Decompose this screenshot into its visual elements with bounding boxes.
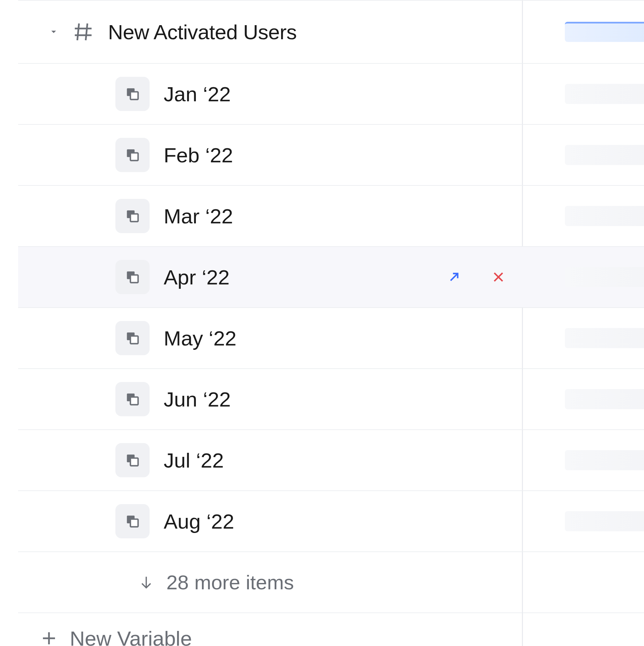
- list-item-label: Mar ‘22: [164, 204, 233, 228]
- svg-rect-35: [130, 458, 138, 466]
- svg-rect-10: [130, 153, 138, 161]
- copy-icon[interactable]: [115, 443, 150, 477]
- copy-icon[interactable]: [115, 138, 150, 172]
- list-item[interactable]: Feb ‘22: [18, 125, 644, 186]
- value-cell-placeholder[interactable]: [565, 328, 644, 348]
- value-cell-placeholder[interactable]: [565, 450, 644, 470]
- list-item[interactable]: Jul ‘22: [18, 430, 644, 491]
- list-item-label: Jun ‘22: [164, 387, 231, 411]
- new-variable-row[interactable]: New Variable: [18, 613, 644, 646]
- list-item[interactable]: Jun ‘22: [18, 369, 644, 430]
- list-item-label: Feb ‘22: [164, 143, 233, 167]
- list-item-label: May ‘22: [164, 326, 236, 350]
- value-cell-placeholder[interactable]: [565, 389, 644, 409]
- plus-icon: [39, 628, 59, 646]
- row-actions: [444, 267, 508, 287]
- list-item[interactable]: Aug ‘22: [18, 491, 644, 552]
- list-item-label: Apr ‘22: [164, 265, 229, 289]
- list-item[interactable]: Mar ‘22: [18, 186, 644, 247]
- chevron-down-icon[interactable]: [49, 27, 58, 37]
- svg-rect-40: [130, 519, 138, 527]
- open-icon[interactable]: [444, 267, 464, 287]
- expand-more-row[interactable]: 28 more items: [18, 552, 644, 613]
- svg-line-0: [77, 23, 79, 40]
- svg-rect-30: [130, 397, 138, 405]
- svg-line-1: [86, 23, 88, 40]
- list-item[interactable]: Jan ‘22: [18, 64, 644, 125]
- value-cell-placeholder[interactable]: [565, 145, 644, 165]
- copy-icon[interactable]: [115, 504, 150, 538]
- copy-icon[interactable]: [115, 77, 150, 111]
- variable-title: New Activated Users: [108, 20, 297, 44]
- copy-icon[interactable]: [115, 382, 150, 416]
- list-item-label: Aug ‘22: [164, 509, 234, 533]
- svg-rect-5: [130, 92, 138, 100]
- copy-icon[interactable]: [115, 199, 150, 233]
- arrow-down-icon: [138, 574, 154, 590]
- new-variable-label: New Variable: [70, 627, 192, 646]
- list-item-label: Jul ‘22: [164, 448, 224, 472]
- list-item[interactable]: May ‘22: [18, 308, 644, 369]
- more-items-label: 28 more items: [166, 571, 294, 594]
- value-cell-placeholder[interactable]: [565, 511, 644, 531]
- copy-icon[interactable]: [115, 321, 150, 355]
- value-cell-placeholder[interactable]: [565, 84, 644, 104]
- hash-icon: [72, 21, 94, 43]
- list-item[interactable]: Apr ‘22: [18, 247, 644, 308]
- svg-rect-15: [130, 214, 138, 222]
- value-cell-placeholder[interactable]: [565, 267, 644, 287]
- svg-rect-25: [130, 336, 138, 344]
- variable-header-row[interactable]: New Activated Users: [18, 0, 644, 64]
- list-item-label: Jan ‘22: [164, 82, 231, 106]
- svg-line-21: [451, 274, 458, 281]
- value-cell-placeholder[interactable]: [565, 22, 644, 42]
- svg-rect-20: [130, 275, 138, 283]
- value-cell-placeholder[interactable]: [565, 206, 644, 226]
- copy-icon[interactable]: [115, 260, 150, 294]
- delete-icon[interactable]: [488, 267, 508, 287]
